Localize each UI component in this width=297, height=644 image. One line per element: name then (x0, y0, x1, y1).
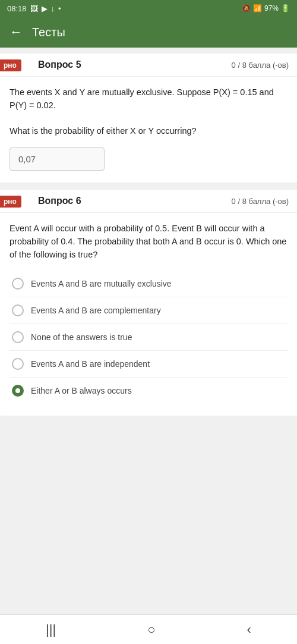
status-bar-left: 08:18 🖼 ▶ ↓ • (7, 4, 61, 13)
status-bar: 08:18 🖼 ▶ ↓ • 🔕 📶 97% 🔋 (0, 0, 297, 17)
radio-label-q6-1: Events A and B are complementary (31, 306, 161, 315)
question-badge-q5: рно (0, 59, 21, 71)
question-score-q5: 0 / 8 балла (-ов) (232, 61, 289, 70)
question-text-q5: The events X and Y are mutually exclusiv… (10, 86, 287, 138)
header-title: Тесты (32, 26, 65, 39)
status-time: 08:18 (7, 4, 27, 13)
back-button[interactable]: ← (10, 24, 23, 40)
signal-icon: ↓ (51, 4, 55, 13)
question-title-q5: Вопрос 5 (38, 59, 232, 70)
wifi-icon: 📶 (253, 4, 262, 12)
question-header-q5: рноВопрос 50 / 8 балла (-ов) (0, 54, 297, 77)
question-card-q5: рноВопрос 50 / 8 балла (-ов)The events X… (0, 54, 297, 183)
dot-icon: • (58, 4, 61, 13)
back-nav-button[interactable]: ‹ (235, 617, 263, 642)
radio-label-q6-0: Events A and B are mutually exclusive (31, 279, 172, 288)
radio-circle-q6-2 (12, 331, 24, 343)
menu-button[interactable]: ||| (34, 617, 68, 642)
app-header: ← Тесты (0, 17, 297, 48)
home-button[interactable]: ○ (135, 617, 167, 642)
radio-circle-q6-1 (12, 304, 24, 316)
radio-option-q6-3[interactable]: Events A and B are independent (10, 351, 287, 378)
answer-input-q5[interactable]: 0,07 (10, 147, 105, 171)
content-area: рноВопрос 50 / 8 балла (-ов)The events X… (0, 48, 297, 422)
video-icon: ▶ (42, 4, 48, 13)
question-text-q6: Event A will occur with a probability of… (10, 222, 287, 261)
question-header-q6: рноВопрос 60 / 8 балла (-ов) (0, 190, 297, 213)
radio-label-q6-2: None of the answers is true (31, 332, 132, 342)
bottom-nav: ||| ○ ‹ (0, 614, 297, 644)
radio-option-q6-0[interactable]: Events A and B are mutually exclusive (10, 271, 287, 297)
question-card-q6: рноВопрос 60 / 8 балла (-ов)Event A will… (0, 190, 297, 416)
radio-label-q6-3: Events A and B are independent (31, 359, 150, 369)
question-badge-q6: рно (0, 196, 21, 208)
radio-option-q6-2[interactable]: None of the answers is true (10, 324, 287, 351)
radio-circle-q6-3 (12, 358, 24, 370)
radio-option-q6-4[interactable]: Either A or B always occurs (10, 378, 287, 404)
battery-icon: 🔋 (281, 4, 290, 12)
battery-text: 97% (264, 4, 279, 12)
status-bar-right: 🔕 📶 97% 🔋 (242, 4, 290, 12)
photo-icon: 🖼 (30, 4, 38, 13)
question-title-q6: Вопрос 6 (38, 196, 232, 206)
radio-label-q6-4: Either A or B always occurs (31, 386, 132, 395)
radio-option-q6-1[interactable]: Events A and B are complementary (10, 297, 287, 324)
radio-circle-q6-0 (12, 278, 24, 290)
mute-icon: 🔕 (242, 4, 251, 12)
radio-circle-q6-4 (12, 385, 24, 397)
question-body-q6: Event A will occur with a probability of… (0, 213, 297, 416)
question-score-q6: 0 / 8 балла (-ов) (232, 197, 289, 206)
question-body-q5: The events X and Y are mutually exclusiv… (0, 77, 297, 183)
radio-group-q6: Events A and B are mutually exclusiveEve… (10, 271, 287, 404)
